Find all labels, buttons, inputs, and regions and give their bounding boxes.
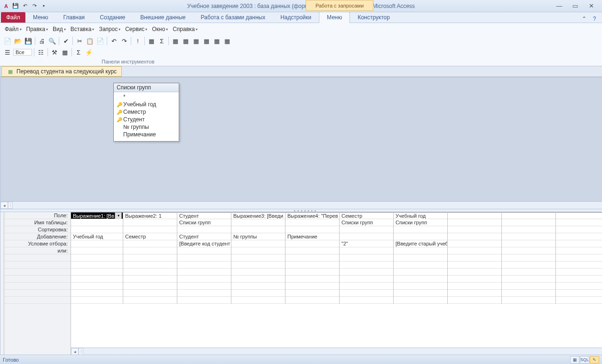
grid-cell[interactable] xyxy=(71,247,123,254)
grid-cell[interactable] xyxy=(394,261,447,269)
grid-cell[interactable] xyxy=(285,269,339,276)
undo-icon[interactable]: ↶ xyxy=(21,2,29,10)
sql-view-icon[interactable]: SQL xyxy=(580,356,589,364)
grid-cell[interactable] xyxy=(502,247,555,254)
grid-cell[interactable] xyxy=(340,233,393,240)
save-icon2[interactable]: 💾 xyxy=(24,36,33,46)
parameters-icon[interactable]: ⚡ xyxy=(84,47,94,57)
grid-cell[interactable] xyxy=(285,219,339,226)
grid-column[interactable] xyxy=(502,212,556,304)
undo-icon2[interactable]: ↶ xyxy=(109,36,119,46)
datasheet-view-icon[interactable]: ▦ xyxy=(570,356,579,364)
tab-database[interactable]: Работа с базами данных xyxy=(193,12,273,23)
grid-cell[interactable] xyxy=(394,269,447,276)
grid-cell[interactable] xyxy=(177,261,231,269)
field-list-item[interactable]: 🔑Семестр xyxy=(117,108,176,116)
grid-cell[interactable] xyxy=(71,297,123,304)
totals2-icon[interactable]: Σ xyxy=(74,47,83,57)
grid-cell[interactable]: Выражение1: [Вв xyxy=(71,212,123,219)
spell-icon[interactable]: ✔ xyxy=(61,36,71,46)
restore-button[interactable]: ▭ xyxy=(570,2,580,10)
scroll-handle-icon[interactable]: ⋮ xyxy=(79,348,83,355)
grid-cell[interactable] xyxy=(340,297,393,304)
field-list-item[interactable]: Примечание xyxy=(117,131,176,138)
grid-cell[interactable] xyxy=(556,212,602,219)
redo-icon[interactable]: ↷ xyxy=(30,2,39,10)
upper-horizontal-scrollbar[interactable]: ◂ ⋮ ▸ xyxy=(0,201,602,209)
grid-column[interactable]: СтудентСписки группСтудент[Введите код с… xyxy=(177,212,231,304)
grid-cell[interactable] xyxy=(177,254,231,261)
grid-cell[interactable] xyxy=(340,254,393,261)
show-table2-icon[interactable]: ▦ xyxy=(60,47,70,57)
grid-cell[interactable] xyxy=(177,297,231,304)
grid-cell[interactable] xyxy=(556,290,602,297)
tab-design[interactable]: Конструктор xyxy=(350,12,397,23)
grid-cell[interactable] xyxy=(394,276,447,283)
grid-cell[interactable] xyxy=(502,240,555,247)
grid-cell[interactable] xyxy=(340,276,393,283)
menu-help[interactable]: Справка xyxy=(171,25,199,33)
grid-column[interactable]: Выражение3: [Введи№ группы xyxy=(231,212,285,304)
grid-cell[interactable] xyxy=(340,226,393,233)
delete-icon[interactable]: ▦ xyxy=(222,36,232,46)
tab-addins[interactable]: Надстройки xyxy=(273,12,319,23)
grid-cell[interactable]: Выражение3: [Введи xyxy=(231,212,285,219)
grid-cell[interactable] xyxy=(502,261,555,269)
tab-menu2[interactable]: Меню xyxy=(319,12,350,23)
grid-cell[interactable] xyxy=(502,219,555,226)
grid-cell[interactable] xyxy=(502,254,555,261)
properties-icon[interactable]: ☷ xyxy=(36,47,46,57)
grid-cell[interactable] xyxy=(285,261,339,269)
grid-cell[interactable]: Списки групп xyxy=(394,219,447,226)
grid-cell[interactable] xyxy=(71,240,123,247)
grid-cell[interactable] xyxy=(394,297,447,304)
ribbon-minimize-icon[interactable]: ⌃ xyxy=(580,15,588,23)
grid-cell[interactable] xyxy=(71,269,123,276)
grid-cell[interactable] xyxy=(502,276,555,283)
grid-cell[interactable] xyxy=(231,247,285,254)
grid-cell[interactable] xyxy=(123,254,177,261)
grid-cell[interactable] xyxy=(448,233,501,240)
tab-external-data[interactable]: Внешние данные xyxy=(133,12,193,23)
grid-cell[interactable] xyxy=(231,254,285,261)
grid-cell[interactable] xyxy=(340,261,393,269)
grid-cell[interactable] xyxy=(556,247,602,254)
copy-icon[interactable]: 📋 xyxy=(85,36,95,46)
grid-cell[interactable] xyxy=(231,269,285,276)
help-icon[interactable]: ? xyxy=(591,15,598,23)
grid-cell[interactable] xyxy=(123,269,177,276)
grid-cell[interactable] xyxy=(502,212,555,219)
grid-cell[interactable] xyxy=(123,226,177,233)
menu-query[interactable]: Запрос xyxy=(97,25,122,33)
grid-cell[interactable] xyxy=(123,247,177,254)
print-icon[interactable]: 🖨 xyxy=(37,36,47,46)
open-icon[interactable]: 📂 xyxy=(13,36,23,46)
grid-cell[interactable]: Студент xyxy=(177,233,231,240)
grid-cell[interactable] xyxy=(556,240,602,247)
grid-cell[interactable] xyxy=(556,269,602,276)
view-icon[interactable]: ☰ xyxy=(3,47,12,57)
grid-cell[interactable] xyxy=(502,226,555,233)
grid-cell[interactable] xyxy=(231,226,285,233)
grid-cell[interactable] xyxy=(231,261,285,269)
grid-cell[interactable]: Учебный год xyxy=(394,212,447,219)
menu-window[interactable]: Окно xyxy=(150,25,170,33)
grid-cell[interactable] xyxy=(177,276,231,283)
grid-cell[interactable] xyxy=(285,276,339,283)
grid-cell[interactable] xyxy=(394,226,447,233)
grid-cell[interactable] xyxy=(556,283,602,290)
grid-cell[interactable] xyxy=(502,297,555,304)
scroll-left-icon[interactable]: ◂ xyxy=(0,202,8,209)
grid-cell[interactable] xyxy=(177,283,231,290)
menu-view[interactable]: Вид xyxy=(51,25,68,33)
grid-cell[interactable] xyxy=(177,226,231,233)
grid-cell[interactable] xyxy=(71,290,123,297)
grid-cell[interactable]: Учебный год xyxy=(71,233,123,240)
grid-cell[interactable] xyxy=(502,269,555,276)
field-list-item[interactable]: 🔑Студент xyxy=(117,116,176,123)
grid-cell[interactable] xyxy=(448,254,501,261)
grid-cell[interactable] xyxy=(231,219,285,226)
crosstab-icon[interactable]: ▦ xyxy=(181,36,190,46)
grid-column[interactable]: Выражение2: 1Семестр xyxy=(123,212,177,304)
preview-icon[interactable]: 🔍 xyxy=(48,36,57,46)
